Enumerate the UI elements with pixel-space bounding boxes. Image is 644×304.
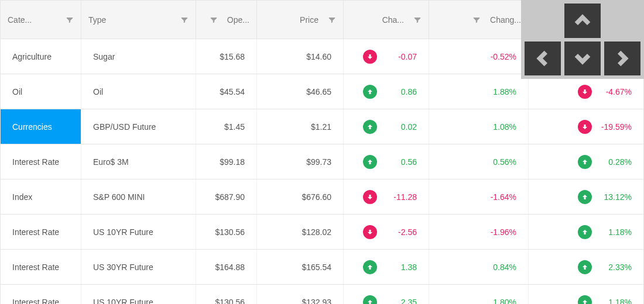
cell-type[interactable]: Euro$ 3M bbox=[81, 144, 196, 179]
cell-open[interactable]: $45.54 bbox=[196, 74, 257, 109]
change-percent-value: 1.08% bbox=[493, 122, 516, 132]
filter-icon[interactable] bbox=[66, 16, 74, 24]
dpad-down-button[interactable] bbox=[564, 42, 601, 76]
filter-icon[interactable] bbox=[210, 16, 218, 24]
cell-type[interactable]: GBP/USD Future bbox=[81, 109, 196, 144]
column-header-price[interactable]: Price bbox=[257, 1, 344, 39]
cell-change-percent[interactable]: 0.84% bbox=[429, 250, 529, 284]
arrow-down-icon bbox=[363, 225, 377, 239]
cell-change-year[interactable]: 2.33% bbox=[529, 250, 643, 284]
cell-category[interactable]: Currencies bbox=[1, 109, 81, 144]
cell-change[interactable]: -11.28 bbox=[344, 179, 429, 214]
cell-change-percent[interactable]: -1.96% bbox=[429, 215, 529, 249]
table-row[interactable]: IndexS&P 600 MINI$687.90$676.60-11.28-1.… bbox=[1, 179, 643, 215]
cell-change-percent[interactable]: -1.64% bbox=[429, 179, 529, 214]
cell-open[interactable]: $164.88 bbox=[196, 250, 257, 284]
cell-change[interactable]: -2.56 bbox=[344, 215, 429, 249]
cell-price[interactable]: $128.02 bbox=[257, 215, 344, 249]
arrow-up-icon bbox=[578, 295, 592, 305]
cell-price[interactable]: $14.60 bbox=[257, 39, 344, 74]
change-year-value: -19.59% bbox=[600, 122, 632, 132]
cell-price[interactable]: $1.21 bbox=[257, 109, 344, 144]
arrow-up-icon bbox=[578, 155, 592, 169]
cell-price[interactable]: $165.54 bbox=[257, 250, 344, 284]
cell-type[interactable]: Sugar bbox=[81, 39, 196, 74]
cell-type[interactable]: US 30YR Future bbox=[81, 250, 196, 284]
column-label: Cha... bbox=[382, 15, 404, 25]
cell-change[interactable]: 2.35 bbox=[344, 285, 429, 304]
arrow-up-icon bbox=[363, 120, 377, 134]
cell-open[interactable]: $15.68 bbox=[196, 39, 257, 74]
cell-category[interactable]: Agriculture bbox=[1, 39, 81, 74]
filter-icon[interactable] bbox=[472, 16, 481, 24]
cell-change-percent[interactable]: -0.52% bbox=[429, 39, 529, 74]
cell-price[interactable]: $46.65 bbox=[257, 74, 344, 109]
cell-change[interactable]: 0.86 bbox=[344, 74, 429, 109]
cell-change-percent[interactable]: 1.88% bbox=[429, 74, 529, 109]
arrow-up-icon bbox=[363, 85, 377, 99]
cell-category[interactable]: Interest Rate bbox=[1, 144, 81, 179]
filter-icon[interactable] bbox=[180, 16, 189, 24]
change-percent-value: 1.88% bbox=[493, 87, 516, 96]
cell-change-percent[interactable]: 1.08% bbox=[429, 109, 529, 144]
filter-icon[interactable] bbox=[413, 16, 422, 24]
cell-change-year[interactable]: -4.67% bbox=[529, 74, 643, 109]
column-header-open[interactable]: Ope... bbox=[196, 1, 257, 39]
change-year-value: 2.33% bbox=[600, 262, 632, 272]
cell-open[interactable]: $130.56 bbox=[196, 285, 257, 304]
cell-type[interactable]: Oil bbox=[81, 74, 196, 109]
table-row[interactable]: Interest RateUS 30YR Future$164.88$165.5… bbox=[1, 250, 643, 285]
table-row[interactable]: Interest RateUS 10YR Future$130.56$132.9… bbox=[1, 285, 643, 304]
table-row[interactable]: CurrenciesGBP/USD Future$1.45$1.210.021.… bbox=[1, 109, 643, 144]
table-row[interactable]: Interest RateUS 10YR Future$130.56$128.0… bbox=[1, 215, 643, 250]
cell-category[interactable]: Interest Rate bbox=[1, 250, 81, 284]
arrow-up-icon bbox=[578, 260, 592, 274]
column-header-change[interactable]: Cha... bbox=[344, 1, 429, 39]
change-year-value: 13.12% bbox=[600, 192, 632, 202]
cell-price[interactable]: $676.60 bbox=[257, 179, 344, 214]
cell-change[interactable]: 0.02 bbox=[344, 109, 429, 144]
table-row[interactable]: OilOil$45.54$46.650.861.88%-4.67% bbox=[1, 74, 643, 109]
cell-open[interactable]: $1.45 bbox=[196, 109, 257, 144]
change-year-value: -4.67% bbox=[600, 87, 632, 96]
cell-open[interactable]: $687.90 bbox=[196, 179, 257, 214]
table-row[interactable]: Interest RateEuro$ 3M$99.18$99.730.560.5… bbox=[1, 144, 643, 179]
cell-change-year[interactable]: 13.12% bbox=[529, 179, 643, 214]
change-percent-value: -0.52% bbox=[491, 52, 516, 61]
column-label: Cate... bbox=[8, 15, 32, 25]
cell-open[interactable]: $99.18 bbox=[196, 144, 257, 179]
cell-category[interactable]: Interest Rate bbox=[1, 285, 81, 304]
cell-change-year[interactable]: 1.18% bbox=[529, 285, 643, 304]
cell-open[interactable]: $130.56 bbox=[196, 215, 257, 249]
filter-icon[interactable] bbox=[328, 16, 336, 24]
column-header-type[interactable]: Type bbox=[81, 1, 196, 39]
change-value: -0.07 bbox=[385, 52, 417, 61]
change-percent-value: 0.56% bbox=[493, 157, 516, 167]
cell-change[interactable]: 1.38 bbox=[344, 250, 429, 284]
cell-type[interactable]: US 10YR Future bbox=[81, 285, 196, 304]
change-year-value: 0.28% bbox=[600, 157, 632, 167]
cell-type[interactable]: S&P 600 MINI bbox=[81, 179, 196, 214]
column-header-change-percent[interactable]: Chang... bbox=[429, 1, 529, 39]
cell-category[interactable]: Oil bbox=[1, 74, 81, 109]
column-header-category[interactable]: Cate... bbox=[1, 1, 81, 39]
column-label: Type bbox=[88, 15, 106, 25]
arrow-up-icon bbox=[363, 260, 377, 274]
cell-change-year[interactable]: 1.18% bbox=[529, 215, 643, 249]
cell-change[interactable]: 0.56 bbox=[344, 144, 429, 179]
cell-price[interactable]: $99.73 bbox=[257, 144, 344, 179]
dpad-left-button[interactable] bbox=[525, 42, 561, 76]
cell-change-year[interactable]: 0.28% bbox=[529, 144, 643, 179]
cell-price[interactable]: $132.93 bbox=[257, 285, 344, 304]
dpad-up-button[interactable] bbox=[564, 4, 601, 38]
cell-change-percent[interactable]: 0.56% bbox=[429, 144, 529, 179]
dpad-right-button[interactable] bbox=[604, 42, 640, 76]
cell-type[interactable]: US 10YR Future bbox=[81, 215, 196, 249]
cell-change-percent[interactable]: 1.80% bbox=[429, 285, 529, 304]
cell-category[interactable]: Index bbox=[1, 179, 81, 214]
cell-change-year[interactable]: -19.59% bbox=[529, 109, 643, 144]
arrow-up-icon bbox=[363, 295, 377, 305]
change-percent-value: 1.80% bbox=[493, 298, 516, 305]
cell-category[interactable]: Interest Rate bbox=[1, 215, 81, 249]
cell-change[interactable]: -0.07 bbox=[344, 39, 429, 74]
